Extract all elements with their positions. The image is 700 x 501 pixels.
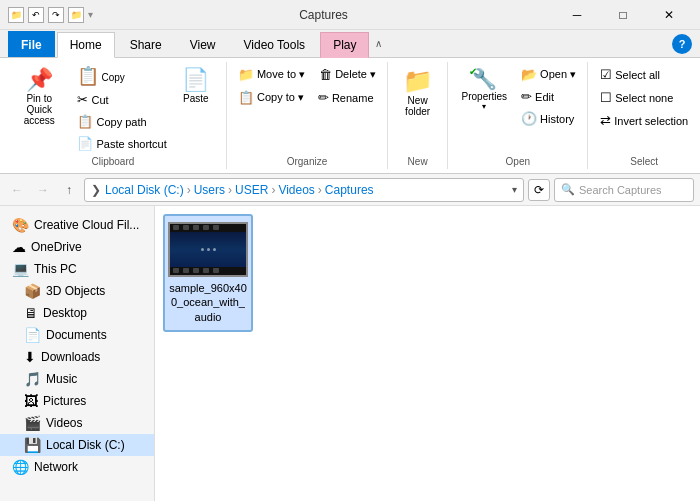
copy-path-icon: 📋 [77,114,93,129]
open-col: 📂 Open ▾ ✏ Edit 🕐 History [516,64,581,129]
select-group: ☑ Select all ☐ Select none ⇄ Invert sele… [588,62,700,169]
sidebar-item-creative-cloud[interactable]: 🎨 Creative Cloud Fil... [0,214,154,236]
search-icon: 🔍 [561,183,575,196]
breadcrumb-local-disk[interactable]: Local Disk (C:) [105,183,184,197]
copy-button[interactable]: 📋 Copy [72,64,171,88]
title-bar-icons: 📁 ↶ ↷ 📁 ▾ [8,7,93,23]
select-none-icon: ☐ [600,90,612,105]
sidebar-item-network[interactable]: 🌐 Network [0,456,154,478]
sidebar-item-label-pictures: Pictures [43,394,86,408]
select-none-label: Select none [615,92,673,104]
tab-videotools[interactable]: Video Tools [231,31,319,57]
sidebar-item-this-pc[interactable]: 💻 This PC [0,258,154,280]
up-btn[interactable]: ↑ [58,179,80,201]
sidebar-item-label-3d-objects: 3D Objects [46,284,105,298]
tab-view[interactable]: View [177,31,229,57]
undo-icon[interactable]: ↶ [28,7,44,23]
properties-dropdown-arrow: ▾ [482,102,486,111]
clipboard-group: 📌 Pin to Quickaccess 📋 Copy ✂ Cut 📋 Copy… [0,62,227,169]
move-to-button[interactable]: 📁 Move to ▾ [233,64,310,85]
3d-objects-icon: 📦 [24,283,41,299]
ribbon: 📌 Pin to Quickaccess 📋 Copy ✂ Cut 📋 Copy… [0,58,700,174]
copy-path-button[interactable]: 📋 Copy path [72,111,171,132]
address-bar: ← → ↑ ❯ Local Disk (C:) › Users › USER ›… [0,174,700,206]
breadcrumb-users[interactable]: Users [194,183,225,197]
edit-button[interactable]: ✏ Edit [516,86,581,107]
cut-icon: ✂ [77,92,88,107]
breadcrumb-dropdown-btn[interactable]: ▾ [512,184,517,195]
breadcrumb-sep3: › [271,183,275,197]
breadcrumb-captures[interactable]: Captures [325,183,374,197]
film-strip-bottom [170,267,246,275]
ribbon-tabs: File Home Share View Video Tools Play ∧ … [0,30,700,58]
videos-icon: 🎬 [24,415,41,431]
new-folder-button[interactable]: 📁 Newfolder [396,64,440,122]
paste-shortcut-button[interactable]: 📄 Paste shortcut [72,133,171,154]
cut-button[interactable]: ✂ Cut [72,89,171,110]
file-item-video[interactable]: sample_960x400_ocean_with_audio [163,214,253,332]
tab-home[interactable]: Home [57,32,115,58]
rename-button[interactable]: ✏ Rename [313,87,379,108]
copy-to-button[interactable]: 📋 Copy to ▾ [233,87,309,108]
paste-icon: 📄 [182,69,209,91]
sidebar-item-label-desktop: Desktop [43,306,87,320]
search-box[interactable]: 🔍 Search Captures [554,178,694,202]
sidebar-item-documents[interactable]: 📄 Documents [0,324,154,346]
sidebar-item-desktop[interactable]: 🖥 Desktop [0,302,154,324]
organize-content: 📁 Move to ▾ 🗑 Delete ▾ 📋 Copy to ▾ ✏ Ren… [233,64,381,154]
minimize-btn[interactable]: ─ [554,0,600,30]
file-area[interactable]: sample_960x400_ocean_with_audio [155,206,700,501]
main-area: 🎨 Creative Cloud Fil... ☁ OneDrive 💻 Thi… [0,206,700,501]
delete-button[interactable]: 🗑 Delete ▾ [314,64,381,85]
select-all-icon: ☑ [600,67,612,82]
local-disk-icon: 💾 [24,437,41,453]
breadcrumb-sep1: › [187,183,191,197]
quick-access-icon[interactable]: 📁 [8,7,24,23]
new-content: 📁 Newfolder [396,64,440,154]
properties-label: Properties [462,91,508,102]
open-button[interactable]: 📂 Open ▾ [516,64,581,85]
organize-label: Organize [287,154,328,167]
sidebar-item-3d-objects[interactable]: 📦 3D Objects [0,280,154,302]
invert-selection-label: Invert selection [614,115,688,127]
pin-button[interactable]: 📌 Pin to Quickaccess [8,64,70,131]
help-btn[interactable]: ? [672,34,692,54]
copy-to-icon: 📋 [238,90,254,105]
sidebar-item-downloads[interactable]: ⬇ Downloads [0,346,154,368]
open-icon: 📂 [521,67,537,82]
network-icon: 🌐 [12,459,29,475]
sidebar-item-local-disk[interactable]: 💾 Local Disk (C:) [0,434,154,456]
tab-play[interactable]: Play [320,32,369,58]
select-none-button[interactable]: ☐ Select none [595,87,678,108]
history-icon: 🕐 [521,111,537,126]
select-all-button[interactable]: ☑ Select all [595,64,665,85]
tab-file[interactable]: File [8,31,55,57]
refresh-btn[interactable]: ⟳ [528,179,550,201]
sidebar-item-music[interactable]: 🎵 Music [0,368,154,390]
ribbon-collapse-btn[interactable]: ∧ [375,38,382,49]
clipboard-content: 📌 Pin to Quickaccess 📋 Copy ✂ Cut 📋 Copy… [8,64,218,154]
back-btn[interactable]: ← [6,179,28,201]
sidebar-item-onedrive[interactable]: ☁ OneDrive [0,236,154,258]
rename-icon: ✏ [318,90,329,105]
check-icon: ✔ [469,66,477,77]
forward-btn[interactable]: → [32,179,54,201]
paste-button[interactable]: 📄 Paste [174,64,218,109]
close-btn[interactable]: ✕ [646,0,692,30]
breadcrumb[interactable]: ❯ Local Disk (C:) › Users › USER › Video… [84,178,524,202]
history-button[interactable]: 🕐 History [516,108,581,129]
tab-share[interactable]: Share [117,31,175,57]
move-to-label: Move to ▾ [257,68,305,81]
sidebar-item-videos[interactable]: 🎬 Videos [0,412,154,434]
copy-icon: 📋 [77,67,99,85]
breadcrumb-user[interactable]: USER [235,183,268,197]
sidebar-item-pictures[interactable]: 🖼 Pictures [0,390,154,412]
sidebar-item-label-music: Music [46,372,77,386]
properties-button[interactable]: ✔ 🔧 Properties ▾ [455,64,515,116]
maximize-btn[interactable]: □ [600,0,646,30]
select-label: Select [630,154,658,167]
invert-selection-button[interactable]: ⇄ Invert selection [595,110,693,131]
new-folder-title-icon[interactable]: 📁 [68,7,84,23]
breadcrumb-videos[interactable]: Videos [278,183,314,197]
redo-icon[interactable]: ↷ [48,7,64,23]
